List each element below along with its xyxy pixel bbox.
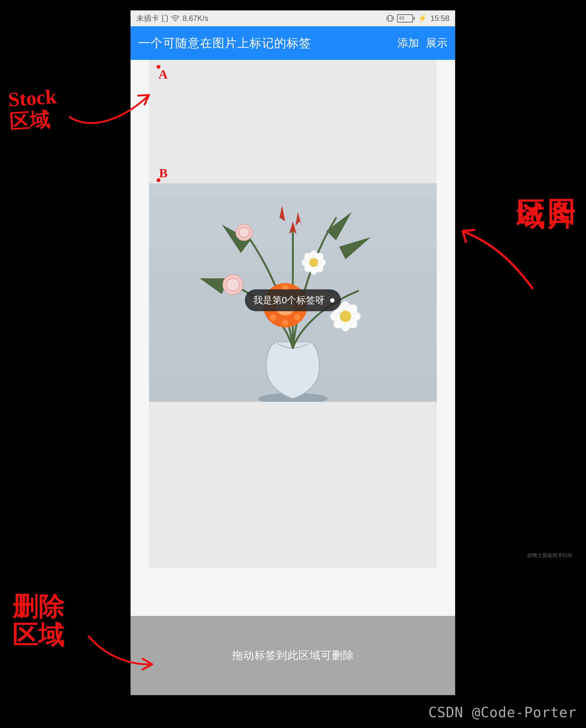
marker-b-label: B (159, 165, 168, 181)
annotation-stock: Stock 区域 (7, 85, 58, 133)
svg-point-8 (282, 319, 288, 326)
svg-point-18 (340, 311, 351, 322)
image-tag[interactable]: 我是第0个标签呀 (245, 289, 341, 311)
delete-hint: 拖动标签到此区域可删除 (232, 648, 354, 663)
stock-area[interactable]: A B (149, 60, 437, 568)
svg-point-9 (270, 314, 276, 320)
page-title: 一个可随意在图片上标记的标签 (138, 35, 311, 51)
juejin-watermark: @稀土掘金技术社区 (527, 552, 573, 559)
battery-indicator: 63 (397, 14, 415, 23)
clock: 15:58 (431, 14, 449, 23)
phone-frame: 未插卡 8.67K/s 63 ⚡ 15:58 (130, 10, 455, 695)
sim-icon (162, 15, 168, 22)
svg-point-7 (294, 314, 300, 320)
svg-point-0 (175, 21, 176, 22)
tag-anchor-dot (330, 298, 334, 303)
marker-a-label: A (158, 67, 168, 82)
svg-point-25 (227, 278, 239, 291)
arrow-to-delete (86, 630, 155, 675)
wifi-icon (171, 15, 179, 22)
csdn-watermark: CSDN @Code-Porter (429, 704, 577, 720)
net-speed: 8.67K/s (182, 14, 208, 23)
show-button[interactable]: 展示 (426, 36, 447, 50)
arrow-to-image (456, 225, 539, 294)
vibrate-icon (386, 15, 394, 22)
annotation-image: 图片 区域 (515, 177, 577, 181)
charging-icon: ⚡ (418, 14, 427, 23)
image-area[interactable]: 我是第0个标签呀 (149, 183, 437, 402)
svg-rect-1 (388, 16, 392, 21)
delete-area[interactable]: 拖动标签到此区域可删除 (130, 616, 455, 695)
annotation-delete: 删除 区域 (13, 592, 65, 649)
title-bar: 一个可随意在图片上标记的标签 添加 展示 (130, 26, 455, 60)
arrow-to-stock (67, 89, 155, 139)
content-area: A B (130, 60, 455, 695)
status-bar: 未插卡 8.67K/s 63 ⚡ 15:58 (130, 10, 455, 26)
add-button[interactable]: 添加 (397, 36, 419, 50)
sim-status: 未插卡 (136, 13, 159, 23)
svg-point-23 (309, 258, 318, 267)
image-tag-label: 我是第0个标签呀 (253, 294, 325, 307)
svg-point-27 (239, 227, 249, 237)
